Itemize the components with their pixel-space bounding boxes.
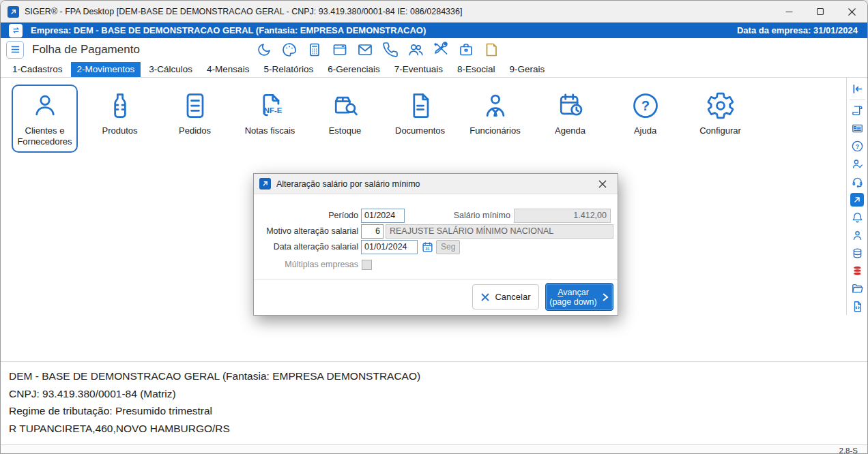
main-area: Clientes e Fornecedores Produtos Pedidos… (1, 78, 867, 361)
code-file-icon[interactable] (851, 300, 864, 313)
advance-button[interactable]: Avançar (page down) (545, 283, 613, 311)
cancel-button[interactable]: Cancelar (472, 284, 539, 309)
tab-relatorios[interactable]: 5-Relatórios (257, 62, 319, 77)
shortcut-estoque[interactable]: Estoque (312, 85, 378, 153)
shortcut-label: Funcionários (469, 125, 520, 136)
window-titlebar: SIGER® - FPA Desktop [DEM-BASE DE DEMONS… (1, 1, 867, 22)
red-database-icon[interactable] (851, 264, 864, 277)
document-icon (405, 91, 435, 121)
gear-icon (706, 91, 736, 121)
users-icon[interactable] (407, 42, 424, 58)
phone-icon[interactable] (382, 42, 399, 58)
tab-calculos[interactable]: 3-Cálculos (143, 62, 199, 77)
company-bar-text: Empresa: DEM - BASE DE DEMONSTRACAO GERA… (31, 25, 737, 35)
maximize-button[interactable] (805, 1, 836, 22)
notifications-bell-icon[interactable] (851, 211, 864, 224)
siger-active-icon[interactable] (850, 193, 864, 207)
window-panel-icon[interactable] (332, 42, 348, 58)
weekday-button[interactable]: Seg (436, 240, 460, 254)
multiplas-empresas-checkbox (362, 260, 372, 270)
shortcut-notas-fiscais[interactable]: NF-E Notas fiscais (237, 85, 303, 153)
tools-icon[interactable] (433, 42, 449, 58)
company-info-line: Regime de tributação: Presumido trimestr… (9, 402, 867, 420)
shortcut-funcionarios[interactable]: Funcionários (462, 85, 528, 153)
person-icon (30, 91, 60, 121)
data-alteracao-input[interactable] (361, 240, 418, 254)
main-toolbar: Folha de Pagamento (1, 38, 867, 61)
shortcut-configurar[interactable]: Configurar (687, 85, 753, 153)
shortcut-label: Notas fiscais (245, 125, 295, 136)
menu-tabbar: 1-Cadastros 2-Movimentos 3-Cálculos 4-Me… (1, 61, 867, 78)
shortcut-label: Clientes e Fornecedores (13, 125, 76, 147)
tab-movimentos[interactable]: 2-Movimentos (71, 62, 141, 77)
briefcase-icon[interactable] (458, 42, 474, 58)
notes-icon[interactable] (483, 42, 500, 58)
tab-esocial[interactable]: 8-Esocial (451, 62, 502, 77)
tab-eventuais[interactable]: 7-Eventuais (388, 62, 449, 77)
motivo-label: Motivo alteração salarial (254, 226, 358, 236)
shortcut-pedidos[interactable]: Pedidos (162, 85, 228, 153)
calendar-clock-icon (555, 91, 585, 121)
company-info-panel: DEM - BASE DE DEMONSTRACAO GERAL (Fantas… (1, 361, 867, 444)
shortcut-produtos[interactable]: Produtos (87, 85, 153, 153)
periodo-input[interactable] (361, 209, 405, 223)
dialog-close-icon[interactable] (593, 176, 612, 192)
siger-logo-icon (8, 6, 19, 18)
shortcut-documentos[interactable]: Documentos (387, 85, 453, 153)
shortcut-agenda[interactable]: Agenda (537, 85, 603, 153)
help-circle-icon[interactable]: ? (851, 140, 864, 153)
close-button[interactable] (836, 1, 867, 22)
document-lines-icon (180, 91, 210, 121)
database-icon[interactable] (851, 247, 864, 260)
chevron-right-icon (601, 292, 609, 302)
motivo-description-readonly: REAJUSTE SALÁRIO MÍNIMO NACIONAL (386, 224, 613, 239)
dark-mode-moon-icon[interactable] (256, 42, 272, 58)
user-check-icon[interactable] (851, 157, 864, 170)
module-title: Folha de Pagamento (32, 43, 140, 57)
dialog-logo-icon (259, 178, 271, 190)
svg-text:?: ? (641, 98, 649, 113)
shortcut-label: Documentos (395, 125, 445, 136)
menu-hamburger-icon[interactable] (6, 41, 24, 59)
nfe-document-icon: NF-E (255, 91, 285, 121)
advance-label-line2: (page down) (549, 297, 597, 307)
shortcut-label: Agenda (555, 125, 585, 136)
calculator-icon[interactable] (306, 42, 323, 58)
tab-gerais[interactable]: 9-Gerais (504, 62, 551, 77)
switch-company-icon[interactable] (9, 24, 23, 37)
tab-gerenciais[interactable]: 6-Gerenciais (321, 62, 386, 77)
multiplas-empresas-label: Múltiplas empresas (254, 260, 358, 269)
minimize-button[interactable] (773, 1, 805, 22)
box-search-icon (330, 91, 360, 121)
theme-palette-icon[interactable] (281, 42, 298, 58)
svg-text:31: 31 (425, 246, 430, 250)
shortcut-label: Configurar (699, 125, 741, 136)
salary-dialog: Alteraração salário por salário mínimo P… (253, 173, 618, 316)
user-icon[interactable] (851, 229, 864, 242)
shortcut-clientes-fornecedores[interactable]: Clientes e Fornecedores (12, 85, 78, 153)
svg-text:NF-E: NF-E (263, 106, 282, 115)
collapse-sidebar-icon[interactable] (851, 82, 864, 95)
help-circle-icon: ? (631, 91, 661, 121)
shortcut-ajuda[interactable]: ? Ajuda (612, 85, 678, 153)
open-folder-icon[interactable] (851, 282, 864, 295)
status-bar: 2.8-S (1, 444, 867, 454)
dialog-separator (254, 279, 618, 280)
cancel-x-icon (480, 292, 490, 302)
newspaper-icon[interactable] (851, 122, 864, 135)
tab-mensais[interactable]: 4-Mensais (201, 62, 255, 77)
company-info-line: CNPJ: 93.419.380/0001-84 (Matriz) (9, 385, 867, 403)
svg-text:?: ? (855, 143, 858, 150)
mail-envelope-icon[interactable] (357, 42, 373, 58)
motivo-code-input[interactable] (361, 224, 384, 239)
bottle-icon (105, 91, 135, 121)
tab-cadastros[interactable]: 1-Cadastros (6, 62, 69, 77)
company-bar: Empresa: DEM - BASE DE DEMONSTRACAO GERA… (1, 22, 867, 38)
periodo-label: Período (254, 211, 358, 220)
calendar-picker-icon[interactable]: 31 (420, 240, 434, 254)
version-label: 2.8-S (839, 447, 858, 454)
right-sidebar: ? (846, 78, 867, 315)
dialog-title: Alteraração salário por salário mínimo (276, 179, 593, 189)
scroll-script-icon[interactable] (851, 104, 864, 117)
headset-support-icon[interactable] (851, 175, 864, 188)
